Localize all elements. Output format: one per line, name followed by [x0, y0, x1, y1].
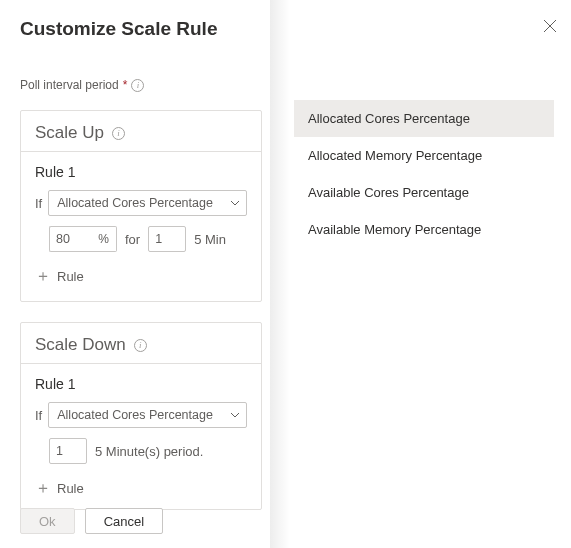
- metric-dropdown[interactable]: Allocated Cores Percentage: [48, 402, 247, 428]
- menu-item-allocated-cores[interactable]: Allocated Cores Percentage: [294, 100, 554, 137]
- threshold-input-group: %: [49, 226, 117, 252]
- metric-dropdown[interactable]: Allocated Cores Percentage: [48, 190, 247, 216]
- scale-down-header: Scale Down i: [21, 323, 261, 364]
- threshold-input[interactable]: [49, 226, 91, 252]
- if-label: If: [35, 196, 42, 211]
- scale-down-section: Scale Down i Rule 1 If Allocated Cores P…: [20, 322, 262, 510]
- rule-threshold-row: % for 5 Min: [35, 226, 247, 252]
- poll-interval-row: Poll interval period * i: [20, 78, 260, 92]
- rule-condition-row: If Allocated Cores Percentage: [35, 190, 247, 216]
- metric-dropdown-value: Allocated Cores Percentage: [57, 408, 213, 422]
- info-icon[interactable]: i: [112, 127, 125, 140]
- period-suffix: 5 Min: [194, 232, 226, 247]
- plus-icon: ＋: [35, 266, 51, 287]
- panel-header: Customize Scale Rule: [20, 18, 260, 40]
- scale-down-title: Scale Down: [35, 335, 126, 355]
- customize-scale-rule-panel: Customize Scale Rule Poll interval perio…: [0, 0, 280, 548]
- rule-title: Rule 1: [35, 376, 247, 392]
- chevron-down-icon: [230, 200, 240, 206]
- period-suffix: 5 Minute(s) period.: [95, 444, 203, 459]
- period-count-input[interactable]: [148, 226, 186, 252]
- scale-up-body: Rule 1 If Allocated Cores Percentage % f…: [21, 152, 261, 301]
- add-rule-button[interactable]: ＋ Rule: [35, 478, 247, 499]
- close-button[interactable]: [540, 16, 560, 36]
- rule-period-row: 5 Minute(s) period.: [35, 438, 247, 464]
- percent-suffix: %: [91, 226, 117, 252]
- close-icon: [543, 19, 557, 33]
- metric-dropdown-menu: Allocated Cores Percentage Allocated Mem…: [294, 100, 554, 248]
- metric-dropdown-value: Allocated Cores Percentage: [57, 196, 213, 210]
- scale-up-header: Scale Up i: [21, 111, 261, 152]
- period-count-input[interactable]: [49, 438, 87, 464]
- info-icon[interactable]: i: [134, 339, 147, 352]
- menu-item-available-memory[interactable]: Available Memory Percentage: [294, 211, 554, 248]
- add-rule-label: Rule: [57, 269, 84, 284]
- add-rule-label: Rule: [57, 481, 84, 496]
- menu-item-available-cores[interactable]: Available Cores Percentage: [294, 174, 554, 211]
- plus-icon: ＋: [35, 478, 51, 499]
- panel-title: Customize Scale Rule: [20, 18, 217, 40]
- panel-footer: Ok Cancel: [20, 508, 163, 534]
- chevron-down-icon: [230, 412, 240, 418]
- scale-up-section: Scale Up i Rule 1 If Allocated Cores Per…: [20, 110, 262, 302]
- rule-condition-row: If Allocated Cores Percentage: [35, 402, 247, 428]
- scale-down-body: Rule 1 If Allocated Cores Percentage 5 M…: [21, 364, 261, 509]
- cancel-button[interactable]: Cancel: [85, 508, 163, 534]
- menu-item-allocated-memory[interactable]: Allocated Memory Percentage: [294, 137, 554, 174]
- add-rule-button[interactable]: ＋ Rule: [35, 266, 247, 287]
- poll-interval-label: Poll interval period: [20, 78, 119, 92]
- for-label: for: [125, 232, 140, 247]
- info-icon[interactable]: i: [131, 79, 144, 92]
- ok-button[interactable]: Ok: [20, 508, 75, 534]
- if-label: If: [35, 408, 42, 423]
- scale-up-title: Scale Up: [35, 123, 104, 143]
- required-indicator: *: [123, 78, 128, 92]
- rule-title: Rule 1: [35, 164, 247, 180]
